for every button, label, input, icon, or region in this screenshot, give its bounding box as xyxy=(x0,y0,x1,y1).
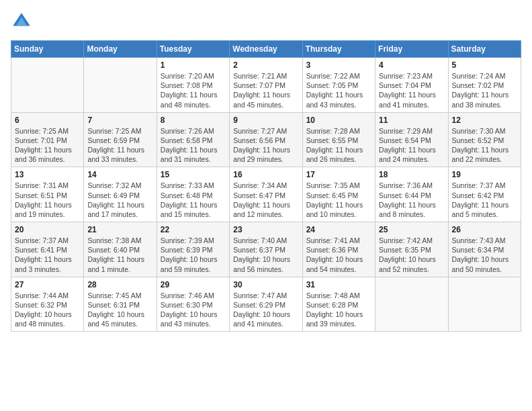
day-header-saturday: Saturday xyxy=(448,41,521,58)
calendar-day-cell: 11Sunrise: 7:29 AM Sunset: 6:54 PM Dayli… xyxy=(375,112,448,167)
day-number: 12 xyxy=(452,116,517,125)
day-number: 19 xyxy=(452,170,517,179)
day-number: 10 xyxy=(306,116,371,125)
calendar-day-cell xyxy=(375,277,448,332)
calendar-day-cell: 18Sunrise: 7:36 AM Sunset: 6:44 PM Dayli… xyxy=(375,167,448,222)
calendar-day-cell: 17Sunrise: 7:35 AM Sunset: 6:45 PM Dayli… xyxy=(302,167,375,222)
calendar-day-cell: 21Sunrise: 7:38 AM Sunset: 6:40 PM Dayli… xyxy=(84,222,157,277)
day-number: 7 xyxy=(87,116,152,125)
calendar-day-cell: 6Sunrise: 7:25 AM Sunset: 7:01 PM Daylig… xyxy=(11,112,84,167)
day-info: Sunrise: 7:32 AM Sunset: 6:49 PM Dayligh… xyxy=(87,181,152,219)
day-info: Sunrise: 7:37 AM Sunset: 6:42 PM Dayligh… xyxy=(452,181,517,219)
day-info: Sunrise: 7:23 AM Sunset: 7:04 PM Dayligh… xyxy=(379,71,444,109)
day-info: Sunrise: 7:25 AM Sunset: 7:01 PM Dayligh… xyxy=(15,126,80,165)
day-header-thursday: Thursday xyxy=(302,41,375,58)
day-info: Sunrise: 7:43 AM Sunset: 6:34 PM Dayligh… xyxy=(452,236,517,274)
calendar-day-cell: 28Sunrise: 7:45 AM Sunset: 6:31 PM Dayli… xyxy=(84,277,157,332)
calendar-day-cell: 3Sunrise: 7:22 AM Sunset: 7:05 PM Daylig… xyxy=(302,58,375,113)
day-header-friday: Friday xyxy=(375,41,448,58)
day-info: Sunrise: 7:24 AM Sunset: 7:02 PM Dayligh… xyxy=(452,71,517,109)
calendar-day-cell: 15Sunrise: 7:33 AM Sunset: 6:48 PM Dayli… xyxy=(157,167,229,222)
day-info: Sunrise: 7:27 AM Sunset: 6:56 PM Dayligh… xyxy=(233,126,298,165)
day-number: 16 xyxy=(233,170,298,179)
day-info: Sunrise: 7:40 AM Sunset: 6:37 PM Dayligh… xyxy=(233,236,298,274)
calendar-week-row: 1Sunrise: 7:20 AM Sunset: 7:08 PM Daylig… xyxy=(11,58,521,113)
day-info: Sunrise: 7:33 AM Sunset: 6:48 PM Dayligh… xyxy=(161,181,226,219)
logo-icon xyxy=(11,11,32,32)
day-number: 29 xyxy=(161,280,226,289)
day-number: 24 xyxy=(306,225,371,234)
day-number: 15 xyxy=(161,170,226,179)
calendar-table: SundayMondayTuesdayWednesdayThursdayFrid… xyxy=(11,40,521,332)
day-info: Sunrise: 7:34 AM Sunset: 6:47 PM Dayligh… xyxy=(233,181,298,219)
day-info: Sunrise: 7:44 AM Sunset: 6:32 PM Dayligh… xyxy=(15,291,80,329)
day-number: 20 xyxy=(15,225,80,234)
day-number: 8 xyxy=(161,116,226,125)
day-number: 26 xyxy=(452,225,517,234)
day-number: 3 xyxy=(306,60,371,70)
calendar-day-cell xyxy=(84,58,157,113)
day-info: Sunrise: 7:45 AM Sunset: 6:31 PM Dayligh… xyxy=(87,291,152,329)
day-info: Sunrise: 7:25 AM Sunset: 6:59 PM Dayligh… xyxy=(87,126,152,165)
day-info: Sunrise: 7:22 AM Sunset: 7:05 PM Dayligh… xyxy=(306,71,371,109)
day-header-sunday: Sunday xyxy=(11,41,84,58)
day-info: Sunrise: 7:20 AM Sunset: 7:08 PM Dayligh… xyxy=(161,71,226,109)
day-number: 4 xyxy=(379,60,444,70)
calendar-day-cell: 27Sunrise: 7:44 AM Sunset: 6:32 PM Dayli… xyxy=(11,277,84,332)
day-info: Sunrise: 7:39 AM Sunset: 6:39 PM Dayligh… xyxy=(161,236,226,274)
day-info: Sunrise: 7:36 AM Sunset: 6:44 PM Dayligh… xyxy=(379,181,444,219)
day-number: 22 xyxy=(161,225,226,234)
calendar-day-cell: 2Sunrise: 7:21 AM Sunset: 7:07 PM Daylig… xyxy=(230,58,302,113)
day-number: 5 xyxy=(452,60,517,70)
calendar-day-cell: 9Sunrise: 7:27 AM Sunset: 6:56 PM Daylig… xyxy=(230,112,302,167)
calendar-day-cell: 26Sunrise: 7:43 AM Sunset: 6:34 PM Dayli… xyxy=(448,222,521,277)
day-number: 6 xyxy=(15,116,80,125)
calendar-day-cell: 24Sunrise: 7:41 AM Sunset: 6:36 PM Dayli… xyxy=(302,222,375,277)
calendar-week-row: 13Sunrise: 7:31 AM Sunset: 6:51 PM Dayli… xyxy=(11,167,521,222)
calendar-header-row: SundayMondayTuesdayWednesdayThursdayFrid… xyxy=(11,41,521,58)
day-info: Sunrise: 7:26 AM Sunset: 6:58 PM Dayligh… xyxy=(161,126,226,165)
calendar-day-cell: 13Sunrise: 7:31 AM Sunset: 6:51 PM Dayli… xyxy=(11,167,84,222)
calendar-day-cell: 20Sunrise: 7:37 AM Sunset: 6:41 PM Dayli… xyxy=(11,222,84,277)
calendar-day-cell: 8Sunrise: 7:26 AM Sunset: 6:58 PM Daylig… xyxy=(157,112,229,167)
day-number: 14 xyxy=(87,170,152,179)
day-info: Sunrise: 7:31 AM Sunset: 6:51 PM Dayligh… xyxy=(15,181,80,219)
calendar-day-cell xyxy=(448,277,521,332)
day-number: 30 xyxy=(233,280,298,289)
calendar-day-cell: 19Sunrise: 7:37 AM Sunset: 6:42 PM Dayli… xyxy=(448,167,521,222)
day-info: Sunrise: 7:48 AM Sunset: 6:28 PM Dayligh… xyxy=(306,291,371,329)
day-number: 13 xyxy=(15,170,80,179)
day-number: 27 xyxy=(15,280,80,289)
day-number: 17 xyxy=(306,170,371,179)
calendar-day-cell: 1Sunrise: 7:20 AM Sunset: 7:08 PM Daylig… xyxy=(157,58,229,113)
calendar-week-row: 6Sunrise: 7:25 AM Sunset: 7:01 PM Daylig… xyxy=(11,112,521,167)
day-info: Sunrise: 7:38 AM Sunset: 6:40 PM Dayligh… xyxy=(87,236,152,274)
day-number: 11 xyxy=(379,116,444,125)
calendar-day-cell: 23Sunrise: 7:40 AM Sunset: 6:37 PM Dayli… xyxy=(230,222,302,277)
day-header-tuesday: Tuesday xyxy=(157,41,229,58)
calendar-day-cell: 12Sunrise: 7:30 AM Sunset: 6:52 PM Dayli… xyxy=(448,112,521,167)
calendar-week-row: 20Sunrise: 7:37 AM Sunset: 6:41 PM Dayli… xyxy=(11,222,521,277)
calendar-day-cell: 14Sunrise: 7:32 AM Sunset: 6:49 PM Dayli… xyxy=(84,167,157,222)
calendar-day-cell: 7Sunrise: 7:25 AM Sunset: 6:59 PM Daylig… xyxy=(84,112,157,167)
day-header-monday: Monday xyxy=(84,41,157,58)
day-info: Sunrise: 7:21 AM Sunset: 7:07 PM Dayligh… xyxy=(233,71,298,109)
calendar-day-cell: 22Sunrise: 7:39 AM Sunset: 6:39 PM Dayli… xyxy=(157,222,229,277)
day-info: Sunrise: 7:42 AM Sunset: 6:35 PM Dayligh… xyxy=(379,236,444,274)
day-info: Sunrise: 7:41 AM Sunset: 6:36 PM Dayligh… xyxy=(306,236,371,274)
day-number: 1 xyxy=(161,60,226,70)
page-header xyxy=(11,11,521,32)
day-info: Sunrise: 7:29 AM Sunset: 6:54 PM Dayligh… xyxy=(379,126,444,165)
calendar-day-cell xyxy=(11,58,84,113)
day-info: Sunrise: 7:30 AM Sunset: 6:52 PM Dayligh… xyxy=(452,126,517,165)
logo xyxy=(11,11,36,32)
calendar-week-row: 27Sunrise: 7:44 AM Sunset: 6:32 PM Dayli… xyxy=(11,277,521,332)
day-number: 2 xyxy=(233,60,298,70)
calendar-day-cell: 25Sunrise: 7:42 AM Sunset: 6:35 PM Dayli… xyxy=(375,222,448,277)
calendar-day-cell: 31Sunrise: 7:48 AM Sunset: 6:28 PM Dayli… xyxy=(302,277,375,332)
calendar-day-cell: 10Sunrise: 7:28 AM Sunset: 6:55 PM Dayli… xyxy=(302,112,375,167)
day-number: 25 xyxy=(379,225,444,234)
calendar-day-cell: 16Sunrise: 7:34 AM Sunset: 6:47 PM Dayli… xyxy=(230,167,302,222)
day-number: 31 xyxy=(306,280,371,289)
day-number: 9 xyxy=(233,116,298,125)
